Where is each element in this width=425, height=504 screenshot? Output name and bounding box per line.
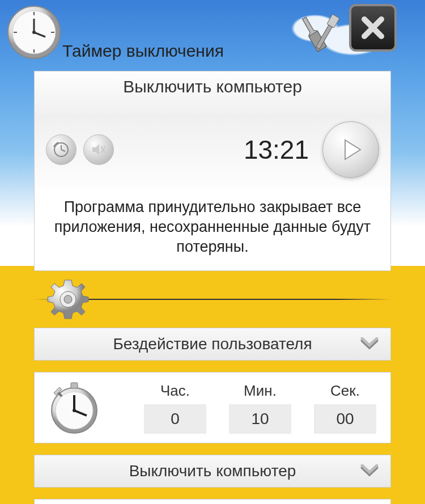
- hours-label: Час.: [160, 382, 190, 400]
- time-columns: Час. 0 Мин. 10 Сек. 00: [114, 382, 379, 434]
- minutes-column: Мин. 10: [226, 382, 294, 434]
- clock-icon: [6, 4, 62, 61]
- svg-rect-21: [71, 383, 78, 388]
- condition-dropdown[interactable]: Бездействие пользователя: [34, 328, 391, 361]
- action-panel: Выключить компьютер 13:21 Программа прин…: [34, 71, 391, 271]
- minutes-label: Мин.: [244, 382, 277, 400]
- minutes-input[interactable]: 10: [229, 404, 291, 434]
- svg-point-18: [64, 295, 72, 303]
- settings-divider: [34, 282, 391, 316]
- idle-time-panel: Час. 0 Мин. 10 Сек. 00: [34, 372, 391, 443]
- play-button[interactable]: [322, 121, 379, 178]
- hours-input[interactable]: 0: [144, 404, 206, 434]
- close-button[interactable]: [349, 4, 397, 52]
- titlebar: Таймер выключения: [28, 31, 397, 65]
- mute-icon[interactable]: [83, 134, 114, 165]
- hours-column: Час. 0: [141, 382, 209, 434]
- seconds-label: Сек.: [330, 382, 360, 400]
- chevron-down-icon: [360, 337, 379, 351]
- app-title: Таймер выключения: [62, 36, 397, 61]
- timer-value: 13:21: [121, 134, 316, 165]
- footer: MaxLim: [34, 499, 391, 504]
- task-dropdown[interactable]: Выключить компьютер: [34, 455, 391, 488]
- seconds-input[interactable]: 00: [314, 404, 376, 434]
- timer-row: 13:21: [35, 117, 390, 188]
- task-label: Выключить компьютер: [129, 462, 296, 480]
- play-icon: [337, 135, 365, 164]
- svg-point-8: [32, 31, 36, 34]
- action-label: Выключить компьютер: [35, 71, 390, 117]
- gear-icon[interactable]: [45, 277, 91, 322]
- svg-point-23: [73, 409, 76, 412]
- app-window: Таймер выключения Выключить компьютер: [28, 31, 397, 504]
- warning-text: Программа принудительно закрывает все пр…: [35, 188, 390, 270]
- stopwatch-icon: [46, 379, 103, 436]
- settings-tools-icon[interactable]: [295, 4, 346, 55]
- condition-label: Бездействие пользователя: [113, 335, 312, 353]
- chevron-down-icon: [360, 464, 379, 478]
- close-icon: [359, 14, 387, 42]
- seconds-column: Сек. 00: [311, 382, 379, 434]
- schedule-icon[interactable]: [46, 134, 76, 165]
- svg-line-14: [61, 150, 65, 151]
